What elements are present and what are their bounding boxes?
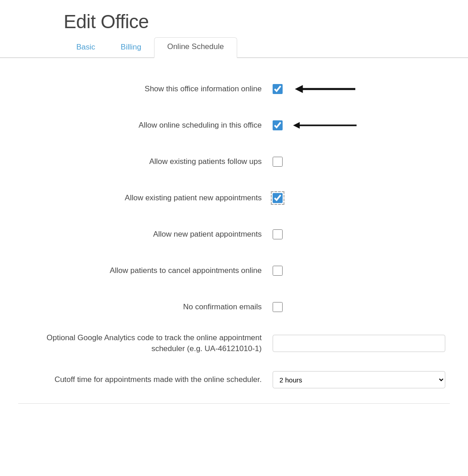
label-allow-existing-new-appts: Allow existing patient new appointments	[18, 193, 273, 203]
label-google-analytics: Optional Google Analytics code to track …	[18, 332, 273, 354]
control-allow-existing-new-appts	[273, 193, 450, 203]
label-allow-cancel: Allow patients to cancel appointments on…	[18, 265, 273, 276]
label-allow-scheduling: Allow online scheduling in this office	[18, 120, 273, 131]
tab-billing[interactable]: Billing	[108, 38, 154, 57]
page-title: Edit Office	[64, 11, 450, 33]
form-row-allow-existing-new-appts: Allow existing patient new appointments	[18, 185, 450, 211]
arrow-icon-2	[287, 119, 360, 132]
control-cutoff-time: 1 hour 2 hours 3 hours 4 hours 6 hours 1…	[273, 371, 450, 388]
arrow-icon-1	[287, 83, 360, 95]
input-google-analytics[interactable]	[273, 335, 445, 352]
tab-basic[interactable]: Basic	[64, 38, 108, 57]
form-row-show-office-info: Show this office information online	[18, 76, 450, 102]
form-row-google-analytics: Optional Google Analytics code to track …	[18, 331, 450, 356]
svg-marker-1	[295, 85, 303, 93]
form-row-allow-new-patient-appts: Allow new patient appointments	[18, 222, 450, 247]
control-allow-scheduling	[273, 119, 450, 132]
label-allow-followups: Allow existing patients follow ups	[18, 156, 273, 167]
bottom-divider	[18, 403, 450, 404]
svg-marker-3	[293, 122, 300, 129]
form-row-cutoff-time: Cutoff time for appointments made with t…	[18, 367, 450, 392]
form-content: Show this office information online Allo…	[0, 72, 468, 426]
control-allow-new-patient-appts	[273, 229, 450, 239]
control-allow-cancel	[273, 266, 450, 276]
checkbox-allow-followups[interactable]	[273, 157, 283, 167]
select-cutoff-time[interactable]: 1 hour 2 hours 3 hours 4 hours 6 hours 1…	[273, 371, 445, 388]
control-google-analytics	[273, 335, 450, 352]
control-allow-followups	[273, 157, 450, 167]
tabs-bar: Basic Billing Online Schedule	[0, 37, 468, 58]
checkbox-allow-new-patient-appts[interactable]	[273, 229, 283, 239]
checkbox-wrapper-allow-scheduling	[273, 120, 283, 130]
label-no-confirmation-emails: No confirmation emails	[18, 302, 273, 312]
control-no-confirmation-emails	[273, 302, 450, 312]
arrow-annotation-2	[287, 119, 360, 132]
checkbox-show-office-info[interactable]	[273, 84, 283, 94]
form-row-allow-scheduling: Allow online scheduling in this office	[18, 113, 450, 138]
form-row-allow-followups: Allow existing patients follow ups	[18, 149, 450, 174]
control-show-office-info	[273, 83, 450, 95]
form-row-allow-cancel: Allow patients to cancel appointments on…	[18, 258, 450, 283]
checkbox-no-confirmation-emails[interactable]	[273, 302, 283, 312]
arrow-annotation-1	[287, 83, 360, 95]
label-cutoff-time: Cutoff time for appointments made with t…	[18, 374, 273, 385]
checkbox-allow-scheduling[interactable]	[273, 120, 283, 130]
label-allow-new-patient-appts: Allow new patient appointments	[18, 229, 273, 240]
label-show-office-info: Show this office information online	[18, 84, 273, 94]
tab-online-schedule[interactable]: Online Schedule	[154, 37, 237, 58]
checkbox-allow-existing-new-appts[interactable]	[273, 193, 283, 203]
checkbox-allow-cancel[interactable]	[273, 266, 283, 276]
checkbox-wrapper-show-office-info	[273, 84, 283, 94]
form-row-no-confirmation-emails: No confirmation emails	[18, 294, 450, 320]
